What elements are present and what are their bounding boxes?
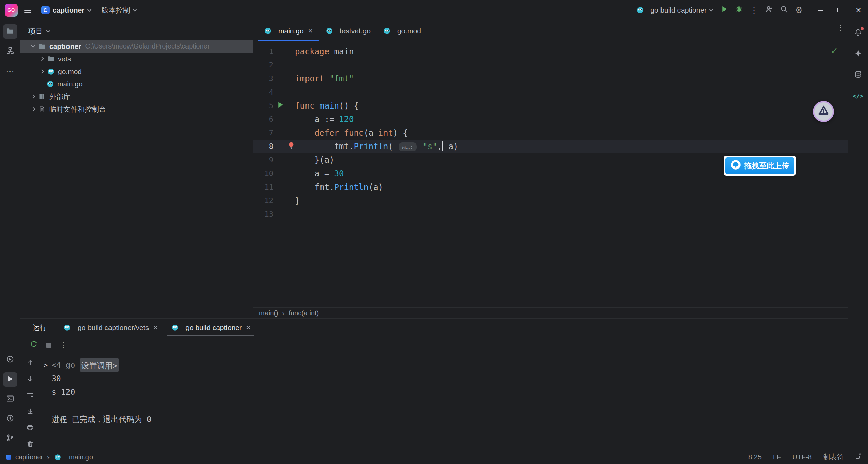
ai-sparkle-icon bbox=[854, 50, 862, 58]
code-line[interactable]: 5func main() { bbox=[253, 99, 848, 113]
line-number[interactable]: 6 bbox=[253, 113, 273, 126]
breadcrumb-item[interactable]: func(a int) bbox=[289, 309, 319, 317]
tool-vcs-button[interactable] bbox=[3, 431, 17, 446]
tool-run-button[interactable] bbox=[3, 372, 17, 387]
line-separator[interactable]: LF bbox=[773, 453, 781, 461]
status-project[interactable]: captioner bbox=[15, 453, 43, 461]
go-icon bbox=[63, 324, 71, 331]
project-panel-header[interactable]: 项目 bbox=[20, 24, 253, 39]
search-everywhere-button[interactable] bbox=[776, 3, 791, 18]
code-line[interactable]: 1package main bbox=[253, 45, 848, 58]
run-config-widget[interactable]: go build captioner bbox=[632, 3, 717, 17]
line-number[interactable]: 1 bbox=[253, 45, 273, 58]
code-text: } bbox=[295, 194, 300, 208]
minimize-button[interactable] bbox=[811, 0, 830, 20]
cursor-position[interactable]: 8:25 bbox=[748, 453, 762, 461]
close-tab-icon[interactable]: ✕ bbox=[153, 324, 158, 331]
breadcrumb-item[interactable]: main() bbox=[259, 309, 278, 317]
status-file[interactable]: main.go bbox=[69, 453, 93, 461]
soft-wrap-button[interactable] bbox=[23, 391, 38, 401]
line-number[interactable]: 4 bbox=[253, 85, 273, 99]
line-number[interactable]: 8 bbox=[253, 140, 273, 153]
code-line[interactable]: 2 bbox=[253, 58, 848, 72]
code-line[interactable]: 8 fmt.Println( a…: "s", a) bbox=[253, 140, 848, 153]
intention-bulb-icon[interactable] bbox=[288, 140, 295, 153]
gutter-icon-slot bbox=[273, 72, 295, 85]
ai-assistant-button[interactable] bbox=[851, 47, 865, 61]
print-button[interactable] bbox=[23, 423, 38, 433]
debug-button[interactable] bbox=[732, 3, 747, 18]
run-button[interactable] bbox=[717, 3, 732, 18]
notifications-button[interactable] bbox=[851, 26, 865, 40]
floating-app-logo[interactable] bbox=[813, 101, 834, 122]
line-number[interactable]: 10 bbox=[253, 167, 273, 180]
structure-icon bbox=[6, 47, 14, 56]
clear-console-button[interactable] bbox=[23, 439, 38, 450]
rerun-button[interactable] bbox=[27, 339, 40, 351]
code-token: Println bbox=[334, 182, 369, 192]
line-number[interactable]: 3 bbox=[253, 72, 273, 85]
console-more-button[interactable]: ⋮ bbox=[57, 339, 70, 351]
next-occurrence-button[interactable] bbox=[23, 374, 38, 385]
settings-button[interactable]: ⚙ bbox=[791, 3, 806, 18]
prev-occurrence-button[interactable] bbox=[23, 358, 38, 369]
tool-structure-button[interactable] bbox=[3, 44, 17, 58]
database-icon bbox=[854, 71, 862, 79]
inspections-ok-icon[interactable]: ✓ bbox=[830, 45, 838, 56]
tree-item-scratches[interactable]: 临时文件和控制台 bbox=[20, 103, 253, 115]
close-tab-icon[interactable]: ✕ bbox=[308, 27, 313, 35]
code-line[interactable]: 7 defer func(a int) { bbox=[253, 126, 848, 140]
code-text: }(a) bbox=[295, 153, 334, 167]
line-number[interactable]: 11 bbox=[253, 180, 273, 194]
stop-button[interactable] bbox=[42, 339, 55, 351]
run-tab-captioner[interactable]: go build captioner ✕ bbox=[165, 319, 256, 336]
fold-toggle-icon[interactable]: > bbox=[40, 358, 52, 372]
line-number[interactable]: 2 bbox=[253, 58, 273, 72]
tool-project-button[interactable] bbox=[3, 24, 17, 39]
vcs-widget[interactable]: 版本控制 bbox=[98, 3, 140, 17]
file-encoding[interactable]: UTF-8 bbox=[792, 453, 812, 461]
run-line-icon[interactable] bbox=[277, 99, 284, 113]
tool-services-button[interactable] bbox=[3, 353, 17, 367]
tree-item-external-libraries[interactable]: 外部库 bbox=[20, 90, 253, 103]
code-line[interactable]: 6 a := 120 bbox=[253, 113, 848, 126]
editor-tab-main-go[interactable]: main.go ✕ bbox=[258, 20, 319, 41]
upload-button[interactable]: 拖拽至此上传 bbox=[725, 157, 794, 174]
database-button[interactable] bbox=[851, 68, 865, 82]
tree-item-vets[interactable]: vets bbox=[20, 53, 253, 65]
readonly-lock-icon[interactable] bbox=[855, 453, 862, 461]
code-line[interactable]: 4 bbox=[253, 85, 848, 99]
close-button[interactable]: ✕ bbox=[849, 0, 868, 20]
close-tab-icon[interactable]: ✕ bbox=[246, 324, 251, 331]
code-line[interactable]: 3import "fmt" bbox=[253, 72, 848, 85]
code-line[interactable]: 12} bbox=[253, 194, 848, 208]
endpoints-button[interactable]: </> bbox=[851, 89, 865, 103]
editor-tabs-more-button[interactable]: ⋮ bbox=[833, 20, 848, 35]
trash-icon bbox=[27, 440, 34, 449]
maximize-button[interactable] bbox=[830, 0, 849, 20]
line-number[interactable]: 13 bbox=[253, 208, 273, 221]
line-number[interactable]: 5 bbox=[253, 99, 273, 113]
tool-problems-button[interactable] bbox=[3, 412, 17, 426]
tree-item-gomod[interactable]: go.mod bbox=[20, 65, 253, 78]
tool-terminal-button[interactable] bbox=[3, 392, 17, 406]
indent-style[interactable]: 制表符 bbox=[823, 452, 844, 462]
more-actions-button[interactable]: ⋮ bbox=[747, 3, 762, 18]
text-caret bbox=[442, 141, 443, 151]
code-line[interactable]: 11 fmt.Println(a) bbox=[253, 180, 848, 194]
tree-item-maingo[interactable]: main.go bbox=[20, 78, 253, 90]
run-panel-title: 运行 bbox=[33, 319, 47, 336]
project-widget[interactable]: C captioner bbox=[37, 3, 95, 17]
code-line[interactable]: 13 bbox=[253, 208, 848, 221]
main-menu-button[interactable] bbox=[20, 3, 35, 17]
tool-more-button[interactable]: ⋯ bbox=[3, 64, 17, 78]
line-number[interactable]: 12 bbox=[253, 194, 273, 208]
line-number[interactable]: 9 bbox=[253, 153, 273, 167]
tree-item-captioner[interactable]: captioner C:\Users\meow\GolandProjects\c… bbox=[20, 40, 253, 53]
run-tab-vets[interactable]: go build captioner/vets ✕ bbox=[58, 319, 163, 336]
code-with-me-button[interactable] bbox=[762, 3, 776, 18]
line-number[interactable]: 7 bbox=[253, 126, 273, 140]
editor-tab-testvet-go[interactable]: testvet.go bbox=[319, 20, 377, 41]
scroll-to-end-button[interactable] bbox=[23, 407, 38, 417]
editor-tab-go-mod[interactable]: go.mod bbox=[377, 20, 427, 41]
